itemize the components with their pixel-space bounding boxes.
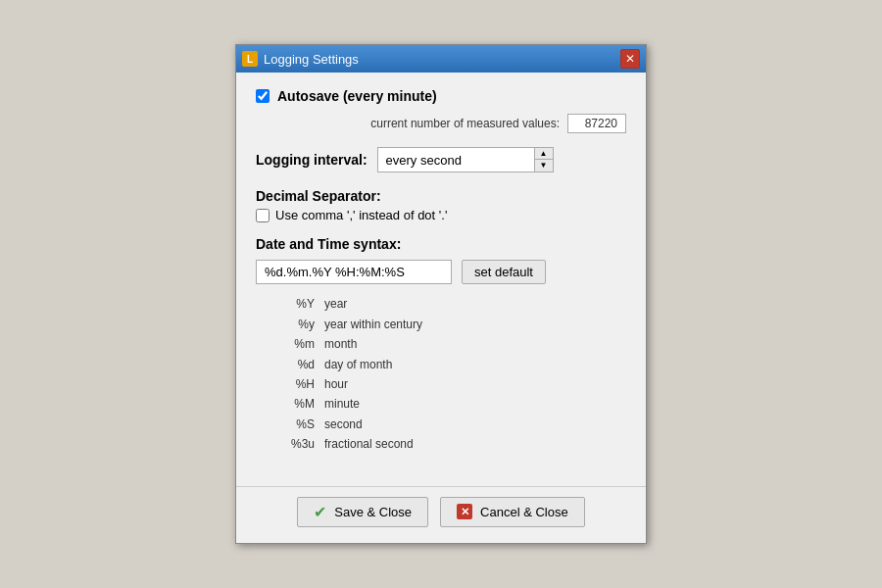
logging-interval-input[interactable]	[377, 147, 534, 172]
logging-interval-label: Logging interval:	[256, 152, 368, 168]
syntax-row: %y year within century	[285, 315, 626, 334]
decimal-separator-section: Decimal Separator: Use comma ',' instead…	[256, 188, 626, 222]
close-button[interactable]: ✕	[620, 49, 640, 69]
date-time-title: Date and Time syntax:	[256, 236, 626, 252]
syntax-desc: minute	[324, 394, 360, 414]
logging-settings-window: L Logging Settings ✕ Autosave (every min…	[235, 44, 647, 543]
cancel-close-label: Cancel & Close	[480, 505, 568, 519]
logging-interval-row: Logging interval: ▲ ▼	[256, 147, 626, 172]
syntax-code: %H	[285, 374, 315, 394]
content-area: Autosave (every minute) current number o…	[236, 73, 646, 485]
syntax-row: %m month	[285, 334, 626, 354]
decimal-separator-checkbox[interactable]	[256, 209, 270, 222]
syntax-row: %d day of month	[285, 355, 626, 374]
autosave-row: Autosave (every minute)	[256, 88, 626, 104]
footer: ✔ Save & Close ✕ Cancel & Close	[236, 486, 646, 543]
syntax-code: %M	[285, 394, 315, 414]
cancel-icon: ✕	[457, 504, 472, 519]
save-close-button[interactable]: ✔ Save & Close	[297, 497, 428, 527]
syntax-desc: month	[324, 334, 357, 354]
decimal-separator-row: Use comma ',' instead of dot '.'	[256, 208, 626, 222]
title-bar-left: L Logging Settings	[242, 51, 359, 67]
syntax-code: %3u	[285, 434, 315, 454]
measured-values-count: 87220	[567, 114, 626, 133]
syntax-code: %Y	[285, 294, 315, 314]
syntax-desc: hour	[324, 374, 348, 394]
measured-values-row: current number of measured values: 87220	[256, 114, 626, 133]
date-time-section: Date and Time syntax:	[256, 236, 626, 252]
syntax-desc: fractional second	[324, 434, 414, 454]
measured-values-label: current number of measured values:	[370, 117, 560, 130]
save-icon: ✔	[314, 503, 326, 521]
title-bar: L Logging Settings ✕	[236, 45, 646, 73]
spinner-buttons: ▲ ▼	[534, 147, 554, 172]
decimal-separator-title: Decimal Separator:	[256, 188, 626, 204]
autosave-checkbox[interactable]	[256, 89, 270, 103]
save-close-label: Save & Close	[334, 505, 412, 519]
syntax-row: %Y year	[285, 294, 626, 314]
window-title: Logging Settings	[264, 52, 359, 67]
cancel-close-button[interactable]: ✕ Cancel & Close	[440, 497, 585, 527]
decimal-separator-label: Use comma ',' instead of dot '.'	[275, 208, 447, 222]
syntax-desc: year within century	[324, 315, 422, 334]
syntax-row: %S second	[285, 415, 626, 434]
syntax-row: %M minute	[285, 394, 626, 414]
syntax-row: %3u fractional second	[285, 434, 626, 454]
syntax-row: %H hour	[285, 374, 626, 394]
spinner-down-button[interactable]: ▼	[535, 160, 553, 172]
spinner-up-button[interactable]: ▲	[535, 148, 553, 160]
syntax-desc: second	[324, 415, 363, 434]
logging-interval-spinner: ▲ ▼	[377, 147, 554, 172]
syntax-desc: year	[324, 294, 347, 314]
date-input-row: set default	[256, 260, 626, 284]
syntax-code: %y	[285, 315, 315, 334]
syntax-reference-table: %Y year %y year within century %m month …	[285, 294, 626, 454]
syntax-code: %S	[285, 415, 315, 434]
date-format-input[interactable]	[256, 260, 452, 284]
syntax-code: %m	[285, 334, 315, 354]
app-icon: L	[242, 51, 258, 67]
autosave-label: Autosave (every minute)	[277, 88, 437, 104]
syntax-desc: day of month	[324, 355, 392, 374]
syntax-code: %d	[285, 355, 315, 374]
set-default-button[interactable]: set default	[462, 260, 546, 284]
